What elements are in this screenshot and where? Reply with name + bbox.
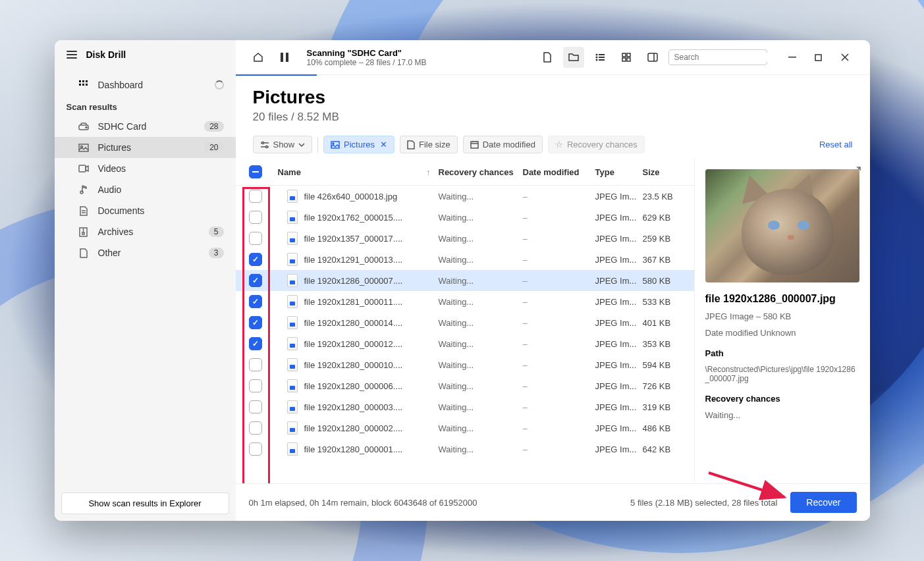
file-name: file 1920x1286_000007.... <box>304 276 403 286</box>
table-row[interactable]: file 1920x1280_000012.... Waiting... – J… <box>236 333 694 354</box>
sidebar-item-archives[interactable]: Archives 5 <box>55 221 236 242</box>
recover-button[interactable]: Recover <box>790 492 856 513</box>
preview-image[interactable] <box>705 169 859 282</box>
svg-rect-22 <box>599 57 605 58</box>
row-checkbox[interactable] <box>249 190 262 203</box>
table-row[interactable]: file 1920x1280_000014.... Waiting... – J… <box>236 312 694 333</box>
row-checkbox[interactable] <box>249 379 262 392</box>
file-name: file 1920x1280_000002.... <box>304 423 403 433</box>
table-row[interactable]: file 1920x1291_000013.... Waiting... – J… <box>236 249 694 270</box>
search-box[interactable] <box>668 49 767 65</box>
file-name: file 1920x1280_000001.... <box>304 444 403 454</box>
sidebar-item-documents[interactable]: Documents <box>55 200 236 221</box>
file-type-icon <box>287 232 298 245</box>
other-icon <box>78 248 89 258</box>
row-checkbox[interactable] <box>249 337 262 350</box>
table-row[interactable]: file 1920x1280_000002.... Waiting... – J… <box>236 417 694 439</box>
file-size: 642 KB <box>643 444 690 454</box>
column-date[interactable]: Date modified <box>523 167 595 177</box>
file-date: – <box>523 318 595 328</box>
file-size: 367 KB <box>643 255 690 265</box>
svg-rect-26 <box>627 53 630 57</box>
row-checkbox[interactable] <box>249 232 262 245</box>
column-type[interactable]: Type <box>595 167 643 177</box>
row-checkbox[interactable] <box>249 400 262 414</box>
file-type-icon <box>287 253 298 266</box>
row-checkbox[interactable] <box>249 253 262 266</box>
sidebar-item-videos[interactable]: Videos <box>55 158 236 179</box>
file-type-icon <box>287 295 298 308</box>
panel-toggle-button[interactable] <box>642 47 663 68</box>
file-size: 580 KB <box>643 276 690 286</box>
folder-view-button[interactable] <box>563 47 584 68</box>
footer-elapsed: 0h 1m elapsed, 0h 14m remain, block 6043… <box>249 498 618 508</box>
list-view-button[interactable] <box>589 47 611 68</box>
filter-date[interactable]: Date modified <box>463 136 543 153</box>
select-all-checkbox[interactable] <box>249 165 262 178</box>
row-checkbox[interactable] <box>249 274 262 287</box>
sidebar-item-sdhc-card[interactable]: SDHC Card 28 <box>55 116 236 137</box>
chip-label: Recovery chances <box>567 140 638 149</box>
nav-label: Dashboard <box>98 80 205 90</box>
file-date: – <box>523 423 595 433</box>
file-date: – <box>523 255 595 265</box>
file-date: – <box>523 444 595 454</box>
maximize-button[interactable] <box>805 48 832 67</box>
table-row[interactable]: file 1920x1280_000001.... Waiting... – J… <box>236 439 694 460</box>
file-view-button[interactable] <box>537 47 558 68</box>
sidebar-item-other[interactable]: Other 3 <box>55 242 236 263</box>
row-checkbox[interactable] <box>249 442 262 456</box>
row-checkbox[interactable] <box>249 316 262 329</box>
sidebar-item-audio[interactable]: Audio <box>55 179 236 200</box>
preview-meta: JPEG Image – 580 KB <box>705 311 859 321</box>
sidebar-item-pictures[interactable]: Pictures 20 <box>55 137 236 158</box>
home-button[interactable] <box>248 47 269 68</box>
row-checkbox[interactable] <box>249 421 262 435</box>
filter-recovery[interactable]: ☆ Recovery chances <box>548 136 645 153</box>
file-date: – <box>523 402 595 412</box>
column-name[interactable]: Name↑ <box>271 167 439 177</box>
file-type-icon <box>287 211 298 224</box>
sidebar-nav: Dashboard Scan results SDHC Card 28 Pict… <box>55 69 236 486</box>
file-name: file 1920x1281_000011.... <box>304 297 403 307</box>
table-row[interactable]: file 1920x1280_000006.... Waiting... – J… <box>236 375 694 396</box>
doc-icon <box>78 205 89 216</box>
column-recovery[interactable]: Recovery chances <box>439 167 523 177</box>
menu-icon[interactable] <box>67 51 77 59</box>
filter-pictures[interactable]: Pictures ✕ <box>323 136 394 153</box>
svg-rect-18 <box>286 53 288 62</box>
nav-badge: 28 <box>204 121 223 132</box>
grid-icon <box>78 80 89 90</box>
show-dropdown[interactable]: Show <box>253 136 313 153</box>
file-type-icon <box>287 274 298 287</box>
table-row[interactable]: file 426x640_000018.jpg Waiting... – JPE… <box>236 186 694 207</box>
minimize-button[interactable] <box>779 48 805 67</box>
row-checkbox[interactable] <box>249 358 262 371</box>
image-icon <box>331 141 340 149</box>
nav-label: Audio <box>98 184 224 195</box>
table-row[interactable]: file 1920x1286_000007.... Waiting... – J… <box>236 270 694 291</box>
file-name: file 1920x1357_000017.... <box>304 234 403 244</box>
table-row[interactable]: file 1920x1357_000017.... Waiting... – J… <box>236 228 694 249</box>
grid-view-button[interactable] <box>616 47 637 68</box>
show-in-explorer-button[interactable]: Show scan results in Explorer <box>61 493 229 514</box>
scan-subtitle: 10% complete – 28 files / 17.0 MB <box>307 58 531 67</box>
sort-asc-icon: ↑ <box>426 167 431 177</box>
sidebar-item-dashboard[interactable]: Dashboard <box>55 74 236 95</box>
pause-button[interactable] <box>274 47 295 68</box>
filter-filesize[interactable]: File size <box>400 136 458 153</box>
table-row[interactable]: file 1920x1280_000010.... Waiting... – J… <box>236 354 694 375</box>
table-row[interactable]: file 1920x1281_000011.... Waiting... – J… <box>236 291 694 312</box>
search-input[interactable] <box>674 53 773 62</box>
table-row[interactable]: file 1920x1762_000015.... Waiting... – J… <box>236 207 694 228</box>
reset-all-link[interactable]: Reset all <box>819 140 853 149</box>
file-type: JPEG Im... <box>595 192 643 201</box>
sliders-icon <box>260 141 269 149</box>
file-type-icon <box>287 442 298 456</box>
close-icon[interactable]: ✕ <box>380 140 387 149</box>
close-button[interactable] <box>832 48 858 67</box>
row-checkbox[interactable] <box>249 295 262 308</box>
table-row[interactable]: file 1920x1280_000003.... Waiting... – J… <box>236 396 694 417</box>
row-checkbox[interactable] <box>249 211 262 224</box>
column-size[interactable]: Size <box>643 167 690 177</box>
